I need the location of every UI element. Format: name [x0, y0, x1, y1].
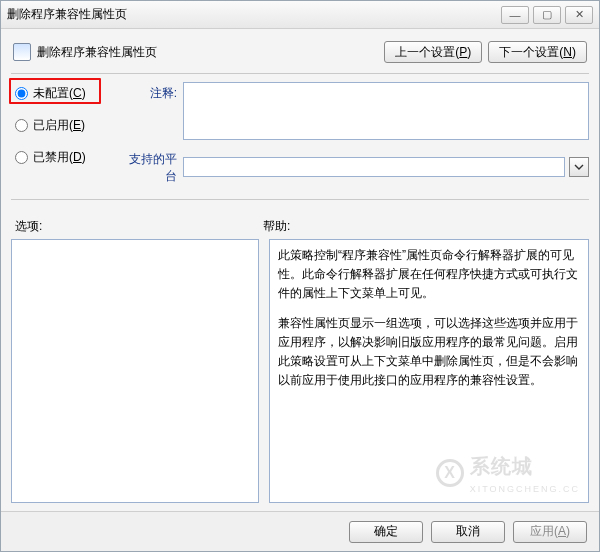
cancel-button[interactable]: 取消	[431, 521, 505, 543]
radio-not-configured-input[interactable]	[15, 87, 28, 100]
divider-2	[11, 199, 589, 200]
radio-disabled-input[interactable]	[15, 151, 28, 164]
form-column: 注释: 支持的平台	[123, 82, 589, 193]
maximize-button[interactable]: ▢	[533, 6, 561, 24]
policy-icon	[13, 43, 31, 61]
radio-not-configured-label: 未配置(C)	[33, 85, 86, 102]
ok-button[interactable]: 确定	[349, 521, 423, 543]
watermark-text: 系统城	[470, 455, 533, 477]
window-title: 删除程序兼容性属性页	[7, 6, 497, 23]
panes: 此策略控制“程序兼容性”属性页命令行解释器扩展的可见性。此命令行解释器扩展在任何…	[11, 239, 589, 503]
section-labels: 选项: 帮助:	[11, 208, 589, 239]
cancel-label: 取消	[456, 523, 480, 540]
minimize-button[interactable]: —	[501, 6, 529, 24]
radio-enabled-input[interactable]	[15, 119, 28, 132]
help-paragraph-1: 此策略控制“程序兼容性”属性页命令行解释器扩展的可见性。此命令行解释器扩展在任何…	[278, 246, 580, 304]
minimize-icon: —	[510, 9, 521, 21]
radio-not-configured[interactable]: 未配置(C)	[15, 82, 123, 104]
config-area: 未配置(C) 已启用(E) 已禁用(D) 注释: 支持的平台	[11, 82, 589, 199]
close-icon: ✕	[575, 8, 584, 21]
notes-label: 注释:	[123, 82, 183, 102]
divider	[11, 73, 589, 74]
apply-label: 应用(A)	[530, 523, 570, 540]
ok-label: 确定	[374, 523, 398, 540]
platform-input[interactable]	[183, 157, 565, 177]
next-setting-label: 下一个设置(N)	[499, 44, 576, 61]
radio-enabled-label: 已启用(E)	[33, 117, 85, 134]
platform-expand-button[interactable]	[569, 157, 589, 177]
help-label: 帮助:	[263, 218, 290, 235]
help-paragraph-2: 兼容性属性页显示一组选项，可以选择这些选项并应用于应用程序，以解决影响旧版应用程…	[278, 314, 580, 391]
footer: 确定 取消 应用(A)	[1, 511, 599, 551]
previous-setting-button[interactable]: 上一个设置(P)	[384, 41, 482, 63]
header-row: 删除程序兼容性属性页 上一个设置(P) 下一个设置(N)	[11, 37, 589, 73]
help-pane: 此策略控制“程序兼容性”属性页命令行解释器扩展的可见性。此命令行解释器扩展在任何…	[269, 239, 589, 503]
policy-title: 删除程序兼容性属性页	[37, 44, 378, 61]
next-setting-button[interactable]: 下一个设置(N)	[488, 41, 587, 63]
radio-disabled-label: 已禁用(D)	[33, 149, 86, 166]
options-label: 选项:	[15, 218, 263, 235]
notes-input[interactable]	[183, 82, 589, 140]
maximize-icon: ▢	[542, 8, 552, 21]
radio-enabled[interactable]: 已启用(E)	[15, 114, 123, 136]
platform-label: 支持的平台	[123, 148, 183, 185]
platform-row: 支持的平台	[123, 148, 589, 185]
close-button[interactable]: ✕	[565, 6, 593, 24]
radio-column: 未配置(C) 已启用(E) 已禁用(D)	[11, 82, 123, 193]
radio-disabled[interactable]: 已禁用(D)	[15, 146, 123, 168]
chevron-down-icon	[574, 162, 584, 172]
watermark-sub: XITONGCHENG.CC	[470, 482, 580, 496]
options-pane	[11, 239, 259, 503]
dialog-window: 删除程序兼容性属性页 — ▢ ✕ 删除程序兼容性属性页 上一个设置(P) 下一个…	[0, 0, 600, 552]
notes-row: 注释:	[123, 82, 589, 140]
watermark-icon: X	[436, 459, 464, 487]
apply-button[interactable]: 应用(A)	[513, 521, 587, 543]
previous-setting-label: 上一个设置(P)	[395, 44, 471, 61]
titlebar: 删除程序兼容性属性页 — ▢ ✕	[1, 1, 599, 29]
watermark: X 系统城 XITONGCHENG.CC	[436, 450, 580, 496]
client-area: 删除程序兼容性属性页 上一个设置(P) 下一个设置(N) 未配置(C) 已启用(…	[1, 29, 599, 511]
